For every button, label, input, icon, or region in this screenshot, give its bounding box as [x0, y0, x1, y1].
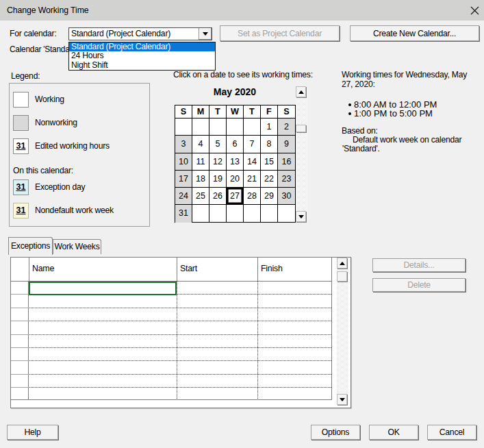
table-row-8[interactable]: [11, 375, 331, 388]
cancel-button[interactable]: Cancel: [427, 425, 476, 440]
legend-label-working: Working: [35, 92, 64, 108]
set-as-project-calendar-button[interactable]: Set as Project Calendar: [220, 25, 340, 41]
calendar-date-2[interactable]: 2: [278, 119, 295, 136]
for-calendar-combobox[interactable]: Standard (Project Calendar): [68, 27, 212, 40]
table-row-4[interactable]: [11, 321, 331, 334]
calendar-scrollbar-track[interactable]: [296, 86, 307, 222]
close-icon: [470, 6, 479, 15]
table-row-2[interactable]: [11, 295, 331, 308]
row-header-cell[interactable]: [11, 308, 29, 321]
details-button[interactable]: Details...: [372, 258, 466, 272]
row-data-area[interactable]: [29, 348, 331, 361]
row-data-area[interactable]: [29, 321, 331, 334]
create-new-calendar-button[interactable]: Create New Calendar...: [350, 25, 479, 41]
row-header-cell[interactable]: [11, 321, 29, 334]
table-scrollbar-thumb[interactable]: [337, 271, 347, 282]
calendar-date-13[interactable]: 13: [227, 153, 244, 171]
table-row-3[interactable]: [11, 308, 331, 321]
calendar-date-8[interactable]: 8: [261, 136, 278, 153]
dropdown-item-1[interactable]: 24 Hours: [69, 51, 215, 60]
row-data-area[interactable]: [29, 361, 331, 374]
selected-name-cell[interactable]: [29, 282, 177, 295]
row-data-area[interactable]: [29, 295, 331, 308]
calendar-date-9[interactable]: 9: [278, 136, 295, 153]
row-header-column: [11, 258, 29, 282]
row-header-cell[interactable]: [11, 348, 29, 361]
calendar-date-1[interactable]: 1: [261, 119, 278, 136]
row-data-area[interactable]: [29, 388, 331, 400]
working-times-title-line1: Working times for Wednesday, May: [342, 70, 467, 79]
table-scroll-down-button[interactable]: [337, 394, 347, 405]
close-button[interactable]: [466, 2, 483, 18]
delete-button[interactable]: Delete: [372, 278, 466, 292]
ok-button[interactable]: OK: [369, 425, 418, 440]
bullet-icon: [348, 103, 351, 106]
calendar-date-10[interactable]: 10: [175, 153, 192, 171]
calendar-date-18[interactable]: 18: [192, 171, 209, 188]
calendar-date-27[interactable]: 27: [227, 188, 244, 205]
calendar-date-23[interactable]: 23: [278, 171, 295, 188]
row-header-cell[interactable]: [11, 361, 29, 374]
calendar-empty-cell: [192, 119, 209, 136]
calendar-empty-cell: [227, 119, 244, 136]
calendar-date-6[interactable]: 6: [227, 136, 244, 153]
calendar-date-3[interactable]: 3: [175, 136, 192, 153]
row-header-cell[interactable]: [11, 375, 29, 388]
calendar-date-24[interactable]: 24: [175, 188, 192, 205]
options-button[interactable]: Options: [311, 425, 360, 440]
working-time-2: 1:00 PM to 5:00 PM: [354, 108, 433, 119]
calendar-date-22[interactable]: 22: [261, 171, 278, 188]
dropdown-item-2[interactable]: Night Shift: [69, 61, 215, 70]
calendar-scrollbar-thumb[interactable]: [296, 125, 306, 132]
calendar-date-16[interactable]: 16: [278, 153, 295, 171]
table-row-7[interactable]: [11, 361, 331, 374]
row-header-cell[interactable]: [11, 295, 29, 308]
calendar-date-5[interactable]: 5: [209, 136, 227, 153]
calendar-date-21[interactable]: 21: [244, 171, 261, 188]
calendar-day-header: S: [278, 105, 295, 119]
row-header-cell[interactable]: [11, 335, 29, 348]
row-header-cell[interactable]: [11, 388, 29, 400]
dropdown-item-0[interactable]: Standard (Project Calendar): [69, 42, 215, 51]
row-data-area[interactable]: [29, 335, 331, 348]
legend-label-edited: Edited working hours: [35, 138, 110, 154]
working-times-title: Working times for Wednesday, May 27, 202…: [342, 70, 482, 89]
calendar-day-header: M: [192, 105, 209, 119]
calendar-date-12[interactable]: 12: [209, 153, 227, 171]
calendar-empty-cell: [278, 205, 295, 222]
calendar-date-4[interactable]: 4: [192, 136, 209, 153]
calendar-scroll-down-button[interactable]: [296, 211, 306, 222]
calendar-date-17[interactable]: 17: [175, 171, 192, 188]
column-header-finish[interactable]: Finish: [258, 258, 331, 282]
row-data-area[interactable]: [29, 308, 331, 321]
calendar-date-26[interactable]: 26: [209, 188, 227, 205]
calendar-date-25[interactable]: 25: [192, 188, 209, 205]
table-scroll-up-button[interactable]: [337, 258, 347, 269]
table-row-6[interactable]: [11, 348, 331, 361]
table-scrollbar: [337, 258, 348, 405]
calendar-date-30[interactable]: 30: [278, 188, 295, 205]
chevron-down-icon: [203, 32, 208, 36]
calendar-date-14[interactable]: 14: [244, 153, 261, 171]
calendar-date-15[interactable]: 15: [261, 153, 278, 171]
tab-exceptions[interactable]: Exceptions: [8, 237, 53, 255]
column-header-name[interactable]: Name: [29, 258, 177, 282]
legend-swatch-exception: 31: [13, 179, 29, 195]
calendar-date-7[interactable]: 7: [244, 136, 261, 153]
table-row-5[interactable]: [11, 335, 331, 348]
calendar-date-19[interactable]: 19: [209, 171, 227, 188]
calendar-date-20[interactable]: 20: [227, 171, 244, 188]
combobox-dropdown-button[interactable]: [199, 28, 212, 40]
calendar-date-11[interactable]: 11: [192, 153, 209, 171]
calendar-scroll-up-button[interactable]: [296, 86, 306, 97]
help-button[interactable]: Help: [7, 425, 58, 440]
row-header-cell[interactable]: [11, 282, 29, 295]
calendar-date-28[interactable]: 28: [244, 188, 261, 205]
column-header-start[interactable]: Start: [177, 258, 258, 282]
legend-swatch-nonworking: [13, 115, 29, 131]
tab-work-weeks[interactable]: Work Weeks: [53, 239, 101, 254]
calendar-date-31[interactable]: 31: [175, 205, 192, 222]
table-row-9[interactable]: [11, 388, 331, 400]
row-data-area[interactable]: [29, 375, 331, 388]
calendar-date-29[interactable]: 29: [261, 188, 278, 205]
